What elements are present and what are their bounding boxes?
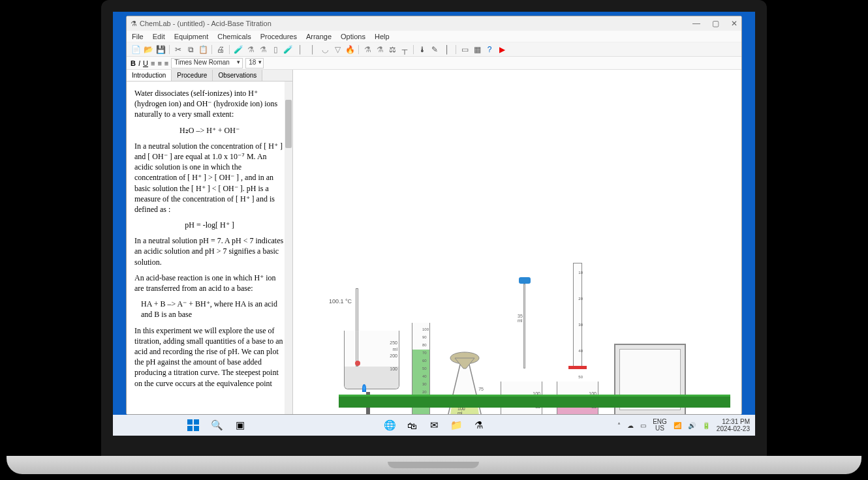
burette-stopcock[interactable]: [568, 366, 587, 369]
lab-workspace[interactable]: 100.1 °C 250 ml 200 100: [293, 70, 741, 414]
separator: [358, 45, 359, 54]
doc-scrollbar[interactable]: [285, 82, 292, 414]
tab-procedure[interactable]: Procedure: [172, 70, 213, 81]
edge-app-icon[interactable]: 🌐: [382, 418, 397, 432]
bunsen-icon[interactable]: 🔥: [345, 44, 355, 55]
font-select[interactable]: Times New Roman: [171, 58, 243, 68]
dish-icon[interactable]: ◡: [320, 44, 330, 55]
stirrer-icon[interactable]: ✎: [429, 44, 440, 55]
paste-icon[interactable]: 📋: [198, 44, 208, 55]
align-right-icon[interactable]: ≡: [164, 59, 168, 67]
tab-observations[interactable]: Observations: [213, 70, 262, 81]
menu-arrange[interactable]: Arrange: [306, 33, 332, 40]
flask4-icon[interactable]: ⚗: [375, 44, 385, 55]
separator: [229, 45, 230, 54]
tray-chevron-icon[interactable]: ˄: [617, 422, 621, 429]
toolbar: 📄 📂 💾 ✂ ⧉ 📋 🖨 🧪 ⚗ ⚗ ▯ 🧪 │ │ ◡ ▽ 🔥: [127, 42, 741, 57]
doc-body[interactable]: Water dissociates (self-ionizes) into H⁺…: [127, 82, 292, 414]
window-icon[interactable]: ▭: [459, 44, 470, 55]
flask2-icon[interactable]: ⚗: [258, 44, 268, 55]
menu-options[interactable]: Options: [341, 33, 365, 40]
window-maximize-button[interactable]: ▢: [712, 19, 719, 28]
battery-icon[interactable]: 🔋: [702, 422, 710, 429]
balance-icon[interactable]: ⚖: [387, 44, 397, 55]
save-icon[interactable]: 💾: [155, 44, 166, 55]
flask3-icon[interactable]: ⚗: [362, 44, 373, 55]
menu-chemicals[interactable]: Chemicals: [217, 33, 251, 40]
pipette-mark: 35 ml: [518, 314, 523, 323]
doc-paragraph: An acid-base reaction is one in which H⁺…: [134, 273, 285, 293]
start-button[interactable]: [186, 418, 200, 432]
volume-icon[interactable]: 🔊: [688, 422, 696, 429]
explorer-app-icon[interactable]: 📁: [449, 418, 463, 432]
windows-taskbar[interactable]: 🔍 ▣ 🌐 🛍 ✉ 📁 ⚗ ˄ ☁ ▭ ENG US 📶 🔊 �: [113, 415, 755, 436]
stand-icon[interactable]: ┬: [399, 44, 410, 55]
new-lab-icon[interactable]: 📄: [131, 44, 141, 55]
burette[interactable]: 10 20 30 40 50: [573, 263, 582, 367]
desktop-screen: ⚗ ChemLab - (untitled) - Acid-Base Titra…: [113, 12, 755, 436]
flame-icon: [362, 384, 366, 392]
menu-help[interactable]: Help: [375, 33, 390, 40]
window-minimize-button[interactable]: —: [692, 19, 700, 28]
flask-icon[interactable]: ⚗: [245, 44, 256, 55]
wifi-icon[interactable]: 📶: [674, 422, 681, 429]
align-center-icon[interactable]: ≡: [157, 59, 161, 67]
beaker-icon[interactable]: 🧪: [233, 44, 243, 55]
tile-icon[interactable]: ▦: [472, 44, 482, 55]
help-icon[interactable]: ?: [484, 44, 495, 55]
doc-equation: HA + B –> A⁻ + BH⁺, where HA is an acid …: [134, 299, 285, 320]
onedrive-icon[interactable]: ☁: [627, 422, 634, 429]
menu-equipment[interactable]: Equipment: [174, 33, 209, 40]
cylinder-marks: 100 90 80 70 60 50 40 30 20 10: [422, 325, 429, 404]
beaker-250ml[interactable]: 250 ml 200 100: [344, 331, 399, 389]
print-icon[interactable]: 🖨: [215, 44, 226, 55]
chemlab-app-icon[interactable]: ⚗: [471, 418, 486, 432]
format-bar: B I U ≡ ≡ ≡ Times New Roman 18: [127, 57, 741, 70]
font-size-select[interactable]: 18: [245, 58, 264, 68]
pipette-bulb[interactable]: [519, 277, 531, 284]
task-view-button[interactable]: ▣: [233, 418, 247, 432]
doc-paragraph: In this experiment we will explore the u…: [134, 325, 285, 389]
copy-icon[interactable]: ⧉: [185, 44, 196, 55]
laptop-notch: [388, 462, 479, 468]
chemlab-window: ⚗ ChemLab - (untitled) - Acid-Base Titra…: [126, 16, 742, 415]
mail-app-icon[interactable]: ✉: [427, 418, 441, 432]
pipette-icon[interactable]: │: [307, 44, 318, 55]
beaker-marks: 250 ml 200 100: [390, 340, 397, 372]
font-size: 18: [249, 59, 256, 66]
open-icon[interactable]: 📂: [143, 44, 153, 55]
bold-button[interactable]: B: [131, 59, 136, 67]
scrollbar-thumb[interactable]: [285, 100, 292, 148]
probe-icon[interactable]: │: [442, 44, 452, 55]
store-app-icon[interactable]: 🛍: [405, 418, 419, 432]
search-button[interactable]: 🔍: [209, 418, 224, 432]
burette-icon[interactable]: │: [295, 44, 305, 55]
menubar: File Edit Equipment Chemicals Procedures…: [127, 31, 741, 42]
lang-line2: US: [653, 425, 667, 432]
separator: [413, 45, 414, 54]
titlebar[interactable]: ⚗ ChemLab - (untitled) - Acid-Base Titra…: [127, 16, 741, 31]
tab-introduction[interactable]: Introduction: [127, 70, 172, 81]
menu-edit[interactable]: Edit: [153, 33, 165, 40]
cylinder-icon[interactable]: ▯: [270, 44, 281, 55]
crucible-icon[interactable]: ▽: [332, 44, 343, 55]
separator: [211, 45, 212, 54]
doc-equation: H₂O –> H⁺ + OH⁻: [134, 125, 285, 136]
menu-file[interactable]: File: [132, 33, 144, 40]
youtube-icon[interactable]: ▶: [497, 44, 507, 55]
doc-tabs: Introduction Procedure Observations: [127, 70, 292, 82]
thermometer-icon[interactable]: 🌡: [417, 44, 427, 55]
italic-button[interactable]: I: [138, 59, 140, 67]
testtube-icon[interactable]: 🧪: [283, 44, 293, 55]
underline-button[interactable]: U: [143, 59, 148, 67]
language-indicator[interactable]: ENG US: [653, 419, 667, 432]
align-left-icon[interactable]: ≡: [151, 59, 155, 67]
security-icon[interactable]: ▭: [640, 422, 646, 429]
doc-paragraph: In a neutral solution the concentration …: [134, 141, 285, 215]
tray-clock[interactable]: 12:31 PM 2024-02-23: [717, 418, 750, 432]
pipette[interactable]: [523, 284, 525, 368]
menu-procedures[interactable]: Procedures: [260, 33, 297, 40]
cut-icon[interactable]: ✂: [173, 44, 183, 55]
doc-equation: pH = -log[ H⁺ ]: [134, 220, 285, 230]
window-close-button[interactable]: ✕: [731, 19, 737, 28]
